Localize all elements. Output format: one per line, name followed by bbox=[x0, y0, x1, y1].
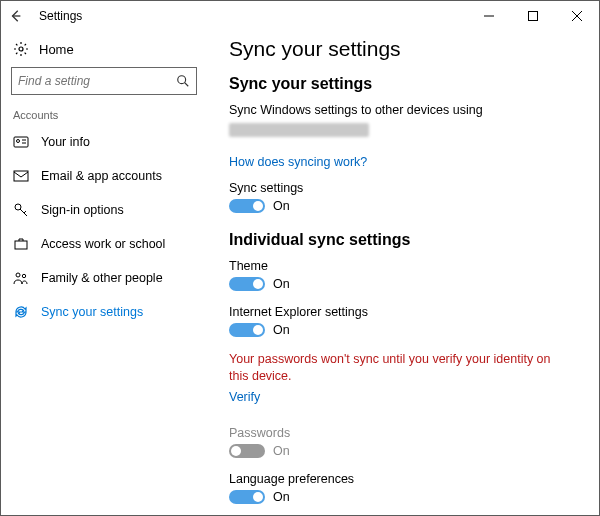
nav-item-label: Your info bbox=[41, 135, 90, 149]
maximize-button[interactable] bbox=[511, 1, 555, 31]
svg-rect-8 bbox=[14, 137, 28, 147]
nav-signin-options[interactable]: Sign-in options bbox=[11, 193, 197, 227]
window-title: Settings bbox=[39, 9, 467, 23]
toggle-ie[interactable] bbox=[229, 323, 265, 337]
toggle-state: On bbox=[273, 490, 290, 504]
nav-list: Your info Email & app accounts Sign-in o… bbox=[11, 125, 197, 329]
svg-line-7 bbox=[185, 83, 189, 87]
nav-sync-settings[interactable]: Sync your settings bbox=[11, 295, 197, 329]
setting-sync: Sync settings On bbox=[229, 181, 579, 213]
sidebar: Home Accounts Your info Email & app acco… bbox=[1, 31, 207, 515]
svg-line-15 bbox=[24, 211, 26, 213]
mail-icon bbox=[13, 168, 29, 184]
svg-rect-2 bbox=[529, 12, 538, 21]
svg-point-18 bbox=[22, 274, 25, 277]
nav-family[interactable]: Family & other people bbox=[11, 261, 197, 295]
toggle-state: On bbox=[273, 444, 290, 458]
setting-label: Internet Explorer settings bbox=[229, 305, 579, 319]
home-link[interactable]: Home bbox=[11, 35, 197, 67]
setting-ie: Internet Explorer settings On bbox=[229, 305, 579, 337]
setting-passwords: Passwords On bbox=[229, 426, 579, 458]
setting-label: Theme bbox=[229, 259, 579, 273]
gear-icon bbox=[13, 41, 29, 57]
search-field[interactable] bbox=[18, 74, 176, 88]
nav-item-label: Sign-in options bbox=[41, 203, 124, 217]
setting-theme: Theme On bbox=[229, 259, 579, 291]
password-warning: Your passwords won't sync until you veri… bbox=[229, 351, 559, 385]
help-link[interactable]: How does syncing work? bbox=[229, 155, 367, 169]
sync-icon bbox=[13, 304, 29, 320]
card-icon bbox=[13, 134, 29, 150]
nav-your-info[interactable]: Your info bbox=[11, 125, 197, 159]
main-content[interactable]: Sync your settings Sync your settings Sy… bbox=[207, 31, 599, 515]
titlebar: Settings bbox=[1, 1, 599, 31]
svg-rect-16 bbox=[15, 241, 27, 249]
nav-item-label: Access work or school bbox=[41, 237, 165, 251]
svg-point-5 bbox=[19, 47, 23, 51]
redacted-account bbox=[229, 123, 369, 137]
toggle-theme[interactable] bbox=[229, 277, 265, 291]
group-accounts: Accounts bbox=[13, 109, 197, 121]
nav-access-work[interactable]: Access work or school bbox=[11, 227, 197, 261]
section2-title: Individual sync settings bbox=[229, 231, 579, 249]
minimize-button[interactable] bbox=[467, 1, 511, 31]
search-icon bbox=[176, 74, 190, 88]
settings-window: Settings Home Accounts Your info bbox=[0, 0, 600, 516]
back-button[interactable] bbox=[1, 1, 31, 31]
toggle-state: On bbox=[273, 277, 290, 291]
toggle-sync-settings[interactable] bbox=[229, 199, 265, 213]
nav-item-label: Email & app accounts bbox=[41, 169, 162, 183]
key-icon bbox=[13, 202, 29, 218]
sync-desc: Sync Windows settings to other devices u… bbox=[229, 103, 579, 117]
svg-rect-12 bbox=[14, 171, 28, 181]
setting-label: Sync settings bbox=[229, 181, 579, 195]
verify-link[interactable]: Verify bbox=[229, 390, 260, 404]
section1-title: Sync your settings bbox=[229, 75, 579, 93]
search-input[interactable] bbox=[11, 67, 197, 95]
home-label: Home bbox=[39, 42, 74, 57]
toggle-language[interactable] bbox=[229, 490, 265, 504]
nav-email-accounts[interactable]: Email & app accounts bbox=[11, 159, 197, 193]
setting-label: Language preferences bbox=[229, 472, 579, 486]
svg-point-17 bbox=[16, 273, 20, 277]
close-button[interactable] bbox=[555, 1, 599, 31]
people-icon bbox=[13, 270, 29, 286]
svg-line-14 bbox=[20, 209, 27, 216]
nav-item-label: Family & other people bbox=[41, 271, 163, 285]
svg-point-9 bbox=[17, 140, 20, 143]
toggle-state: On bbox=[273, 199, 290, 213]
toggle-state: On bbox=[273, 323, 290, 337]
nav-item-label: Sync your settings bbox=[41, 305, 143, 319]
setting-label: Passwords bbox=[229, 426, 579, 440]
page-title: Sync your settings bbox=[229, 37, 579, 61]
toggle-passwords bbox=[229, 444, 265, 458]
briefcase-icon bbox=[13, 236, 29, 252]
setting-language: Language preferences On bbox=[229, 472, 579, 504]
back-arrow-icon bbox=[9, 9, 23, 23]
svg-point-6 bbox=[178, 76, 186, 84]
